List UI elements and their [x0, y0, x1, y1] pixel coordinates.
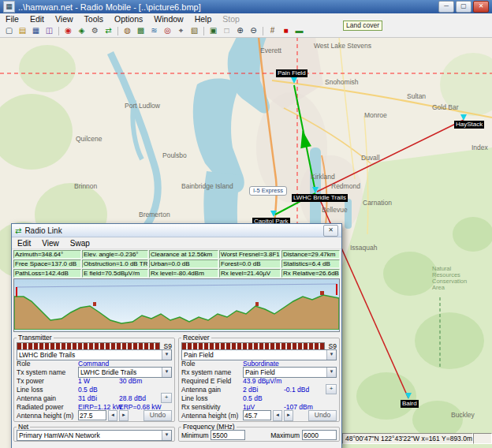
rx-undo-button[interactable]: Undo: [308, 410, 337, 421]
minimize-button[interactable]: ─: [438, 1, 454, 13]
toolbar-separator: [263, 27, 263, 35]
chevron-down-icon[interactable]: ▼: [162, 431, 171, 440]
combined-coverage-icon[interactable]: ▩: [134, 24, 147, 37]
merge-pictures-icon[interactable]: ◫: [43, 24, 56, 37]
frequency-max-input[interactable]: [302, 430, 337, 440]
place-label: Brinnon: [74, 182, 97, 190]
chevron-down-icon[interactable]: ▼: [162, 350, 171, 360]
net-combo[interactable]: Primary HamWAN Network ▼: [17, 430, 172, 441]
cursor-coordinates: 48°00'47"N 122°43'22"W x=161 Y=893.0m: [342, 433, 473, 444]
info-urban: Urban=0.0 dB: [149, 259, 218, 268]
grid-icon[interactable]: #: [266, 24, 279, 37]
tx-system-combo[interactable]: LWHC Bridle Trails ▼: [78, 367, 172, 378]
rx-antenna-button[interactable]: +: [326, 384, 337, 394]
rx-height-increase-icon[interactable]: ►: [284, 410, 293, 421]
station-label[interactable]: Pain Field: [276, 69, 308, 77]
chevron-down-icon[interactable]: ▼: [162, 368, 171, 377]
menu-view[interactable]: View: [50, 14, 79, 24]
menu-stop[interactable]: Stop: [217, 14, 245, 24]
toolbar-separator: [117, 27, 118, 35]
app-icon: ▦: [3, 1, 15, 13]
title-bar[interactable]: ▦ ..\hamwan.net - Radio Mobile - [..\pic…: [0, 0, 492, 13]
place-label: Monroe: [364, 111, 387, 119]
tx-height-decrease-icon[interactable]: ◄: [108, 410, 117, 421]
tx-antenna-button[interactable]: +: [161, 393, 172, 403]
dialog-menu-edit[interactable]: Edit: [12, 239, 36, 248]
maximize-button[interactable]: ▢: [456, 1, 472, 13]
info-statistics: Statistics=6.4 dB: [281, 259, 340, 268]
dialog-menu-swap[interactable]: Swap: [65, 239, 95, 248]
station-marker-haystack[interactable]: [460, 114, 467, 121]
elevation-grid-icon[interactable]: ▧: [188, 24, 201, 37]
zoom-in-icon[interactable]: ⊕: [233, 24, 247, 37]
chevron-down-icon[interactable]: ▼: [326, 368, 336, 377]
link-info-panel: Azimuth=348.64° Elev. angle=-0.236° Clea…: [13, 250, 340, 278]
tx-height-increase-icon[interactable]: ►: [119, 410, 129, 421]
status-spare: [473, 433, 492, 444]
system-properties-icon[interactable]: ⚙: [88, 24, 102, 37]
receiver-panel: Receiver S9 Pain Field ▼ Role Subordinat…: [178, 334, 340, 422]
save-picture-icon[interactable]: ▦: [29, 24, 43, 37]
station-marker-capitol-park[interactable]: [270, 211, 277, 217]
frequency-min-input[interactable]: [211, 430, 245, 440]
menu-help[interactable]: Help: [189, 14, 218, 24]
map-picture-icon[interactable]: ▣: [207, 24, 220, 37]
land-cover-icon[interactable]: ▬: [293, 24, 306, 37]
open-picture-icon[interactable]: ▤: [16, 24, 29, 37]
tx-antenna-height-input[interactable]: [78, 410, 106, 420]
menu-tools[interactable]: Tools: [79, 14, 110, 24]
place-label: Carnation: [363, 199, 392, 207]
station-marker-lwhc[interactable]: [312, 187, 319, 193]
tx-line-loss-value: 0.5 dB: [78, 386, 98, 394]
find-unit-icon[interactable]: ⌖: [174, 24, 188, 37]
tx-unit-combo[interactable]: LWHC Bridle Trails ▼: [17, 349, 172, 360]
place-label: West Lake Stevens: [314, 42, 371, 50]
land-cover-label[interactable]: Land cover: [343, 21, 382, 31]
chevron-down-icon[interactable]: ▼: [326, 350, 336, 360]
white-picture-icon[interactable]: □: [220, 24, 233, 37]
stop-icon[interactable]: ■: [279, 24, 293, 37]
info-e-field: E field=70.5dBµV/m: [82, 269, 148, 278]
dialog-menu-view[interactable]: View: [36, 239, 65, 248]
info-rx-level-uv: Rx level=21.40µV: [219, 269, 281, 278]
station-label[interactable]: LWHC Bridle Trails: [292, 194, 348, 202]
info-azimuth: Azimuth=348.64°: [13, 250, 81, 259]
station-marker-baird[interactable]: [405, 393, 412, 399]
tx-power-dbm: 30 dBm: [119, 377, 142, 385]
close-button[interactable]: ✕: [473, 1, 489, 13]
terrain-profile-chart: [13, 278, 340, 332]
station-label[interactable]: HayStack: [454, 121, 484, 129]
radio-link-icon[interactable]: ⇄: [102, 24, 115, 37]
menu-edit[interactable]: Edit: [24, 14, 50, 24]
dialog-title-bar[interactable]: ⇄ Radio Link ✕: [12, 224, 341, 237]
rx-sensitivity-label: Rx sensitivity: [181, 403, 241, 411]
menu-options[interactable]: Options: [109, 14, 148, 24]
network-properties-icon[interactable]: ◈: [75, 24, 88, 37]
menu-window[interactable]: Window: [148, 14, 188, 24]
menu-file[interactable]: File: [0, 14, 24, 24]
place-label: Redmond: [331, 182, 360, 190]
new-picture-icon[interactable]: ▢: [2, 24, 16, 37]
zoom-out-icon[interactable]: ⊖: [247, 24, 260, 37]
window-title: ..\hamwan.net - Radio Mobile - [..\pictu…: [18, 2, 201, 12]
single-coverage-icon[interactable]: ◍: [121, 24, 134, 37]
tx-undo-button[interactable]: Undo: [144, 410, 172, 421]
dialog-close-icon[interactable]: ✕: [323, 225, 338, 237]
transmitter-panel: Transmitter S9 LWHC Bridle Trails ▼ Role…: [13, 334, 175, 422]
rx-unit-combo[interactable]: Pain Field ▼: [181, 349, 337, 360]
station-marker-pain-field[interactable]: [291, 77, 297, 84]
rx-antenna-height-input[interactable]: [243, 410, 271, 420]
status-bar: 48°00'47"N 122°43'22"W x=161 Y=893.0m: [342, 433, 492, 444]
route-coverage-icon[interactable]: ≋: [147, 24, 161, 37]
dialog-menu-bar: Edit View Swap: [12, 237, 341, 249]
frequency-max-label: Maximum: [270, 431, 300, 439]
best-unit-icon[interactable]: ◎: [161, 24, 174, 37]
station-label[interactable]: Baird: [401, 400, 419, 408]
water-lake-sammamish: [345, 199, 352, 229]
unit-properties-icon[interactable]: ◉: [62, 24, 75, 37]
rx-height-decrease-icon[interactable]: ◄: [273, 410, 282, 421]
rx-system-combo[interactable]: Pain Field ▼: [243, 367, 337, 378]
place-label: Buckley: [451, 411, 475, 419]
rx-system-label: Rx system name: [181, 368, 241, 376]
rx-line-loss-label: Line loss: [181, 394, 241, 402]
